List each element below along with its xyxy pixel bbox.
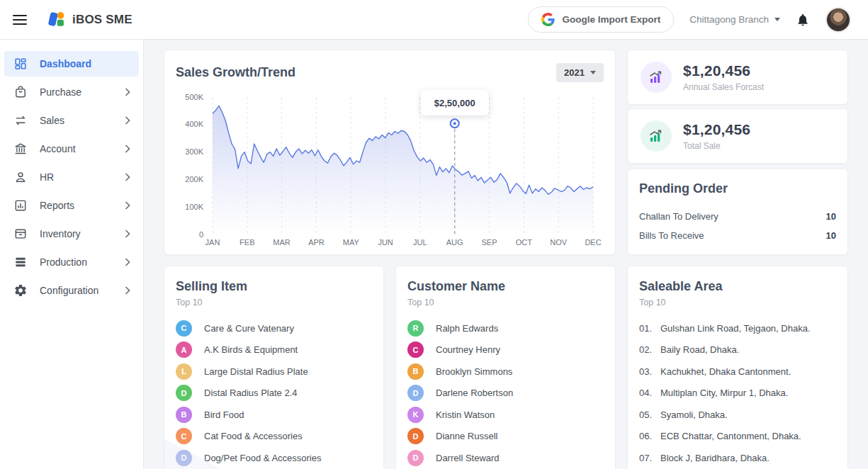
shopping-bag-icon: [13, 84, 28, 100]
stack-rows-icon: [13, 254, 28, 270]
app-logo-icon: [47, 10, 66, 29]
notifications-bell-icon[interactable]: [796, 13, 810, 27]
list-item: K Kristin Watson: [407, 404, 604, 426]
selling-item-title: Selling Item: [176, 279, 372, 294]
chart-tooltip: $2,50,000: [421, 90, 489, 115]
saleable-area-title: Saleable Area: [639, 279, 836, 294]
sidebar-item-label: Purchase: [40, 86, 81, 98]
google-import-export-button[interactable]: Google Import Export: [528, 6, 674, 33]
top-bar: iBOS SME Google Import Export Chittagong…: [0, 0, 868, 40]
item-label: Darrell Steward: [436, 453, 500, 463]
list-item: 05. Syamoli, Dhaka.: [639, 404, 836, 426]
sidebar-item-dashboard[interactable]: Dashboard: [4, 51, 139, 77]
pending-row-value: 10: [826, 230, 836, 241]
sidebar-item-sales[interactable]: Sales: [4, 108, 139, 133]
item-label: Care & Cure Vatenary: [204, 323, 294, 334]
item-label: Ralph Edwards: [436, 323, 498, 334]
sales-trend-chart: JANFEBMARAPRMAYJUNJULAUGSEPOCTNOVDEC0100…: [176, 88, 604, 254]
chart-title: Sales Growth/Trend: [176, 65, 295, 80]
item-number: 01.: [639, 323, 660, 334]
y-tick-label: 0: [199, 230, 203, 239]
hamburger-menu-icon[interactable]: [13, 15, 27, 25]
item-initial-badge: K: [407, 407, 424, 423]
chevron-right-icon: [125, 230, 130, 238]
trending-bars-icon: [641, 120, 672, 152]
user-avatar[interactable]: [825, 7, 851, 33]
person-icon: [13, 169, 28, 185]
list-item: 06. ECB Chattar, Cantonment, Dhaka.: [639, 426, 836, 448]
x-tick-label: APR: [308, 238, 325, 247]
sidebar-item-label: Production: [40, 256, 87, 268]
item-label: Baily Road, Dhaka.: [660, 344, 739, 355]
drawer-icon: [13, 226, 28, 242]
sales-trend-card: Sales Growth/Trend 2021 JANFEBMARAPRMAYJ…: [164, 50, 616, 255]
pending-order-title: Pending Order: [639, 181, 836, 196]
year-dropdown[interactable]: 2021: [556, 63, 604, 82]
branch-label: Chittagong Branch: [689, 14, 769, 25]
sidebar-item-label: HR: [40, 171, 54, 183]
trending-bars-icon: [641, 62, 672, 93]
item-initial-badge: D: [407, 428, 424, 444]
list-item: D Dianne Russell: [407, 426, 604, 448]
swap-arrows-icon: [13, 113, 28, 128]
item-initial-badge: B: [176, 407, 192, 423]
item-number: 05.: [639, 409, 660, 420]
item-number: 03.: [639, 366, 660, 377]
sidebar-item-purchase[interactable]: Purchase: [4, 79, 139, 105]
list-item: C Courtney Henry: [407, 339, 604, 361]
x-tick-label: JUN: [378, 238, 393, 247]
item-initial-badge: C: [176, 428, 192, 444]
x-tick-label: OCT: [516, 238, 533, 247]
item-label: Kachukhet, Dhaka Cantonment.: [660, 366, 791, 377]
list-item: 07. Block J, Baridhara, Dhaka.: [639, 447, 836, 469]
bar-chart-icon: [13, 198, 28, 213]
sidebar-item-label: Reports: [40, 200, 74, 211]
item-initial-badge: A: [176, 341, 192, 358]
stat-value: $1,20,456: [683, 121, 750, 138]
list-item: R Ralph Edwards: [407, 317, 604, 339]
chevron-right-icon: [125, 88, 130, 96]
customer-name-title: Customer Name: [407, 279, 604, 294]
branch-selector[interactable]: Chittagong Branch: [689, 14, 780, 25]
item-label: Syamoli, Dhaka.: [660, 409, 728, 420]
sidebar-item-reports[interactable]: Reports: [4, 193, 139, 218]
area-fill: [213, 106, 593, 234]
gear-icon: [13, 283, 28, 298]
app-brand: iBOS SME: [47, 10, 133, 29]
x-tick-label: NOV: [550, 238, 568, 247]
sidebar-item-configuration[interactable]: Configuration: [4, 278, 139, 303]
x-tick-label: FEB: [239, 238, 254, 247]
item-initial-badge: B: [407, 363, 424, 380]
item-initial-badge: L: [176, 363, 192, 380]
x-tick-label: DEC: [585, 238, 601, 247]
item-label: Kristin Watson: [436, 409, 495, 420]
year-dropdown-value: 2021: [564, 67, 585, 78]
sidebar-item-label: Sales: [40, 115, 64, 126]
list-item: D Distal Radius Plate 2.4: [176, 383, 372, 405]
item-initial-badge: D: [176, 385, 192, 401]
sidebar-item-production[interactable]: Production: [4, 249, 139, 275]
tooltip-marker-dot: [453, 122, 456, 125]
sidebar-item-account[interactable]: Account: [4, 136, 139, 162]
x-tick-label: SEP: [481, 238, 497, 247]
y-tick-label: 200K: [185, 175, 203, 183]
sidebar-item-inventory[interactable]: Inventory: [4, 221, 139, 247]
chevron-right-icon: [125, 145, 130, 153]
bank-icon: [13, 141, 28, 157]
x-tick-label: JUL: [413, 238, 427, 247]
item-label: Cat Food & Accessories: [204, 431, 303, 441]
sidebar-item-hr[interactable]: HR: [4, 164, 139, 190]
chevron-down-icon: [590, 71, 596, 74]
list-item: C Cat Food & Accessories: [176, 426, 372, 448]
item-initial-badge: C: [176, 320, 192, 337]
list-item: A A.K Birds & Equipment: [176, 339, 372, 361]
item-label: Block J, Baridhara, Dhaka.: [660, 453, 770, 463]
item-number: 06.: [639, 431, 660, 441]
saleable-area-card: Saleable Area Top 10 01. Gulshan Link Ro…: [627, 266, 848, 469]
y-tick-label: 300K: [185, 147, 203, 156]
x-tick-label: MAY: [343, 238, 360, 247]
item-number: 02.: [639, 344, 660, 355]
sidebar-item-label: Dashboard: [40, 58, 91, 69]
list-item: L Large Distal Radius Plate: [176, 361, 372, 383]
item-label: Dianne Russell: [436, 431, 497, 441]
